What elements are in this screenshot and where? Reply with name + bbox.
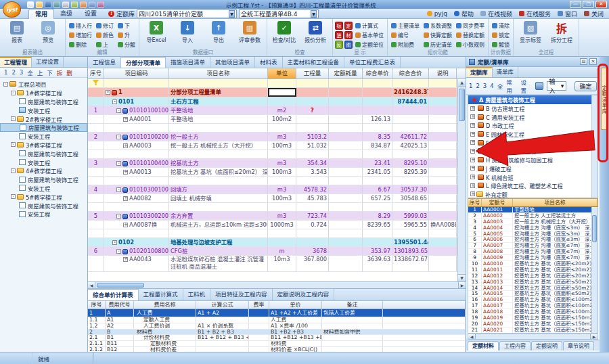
expand-icon[interactable]: - [116, 161, 121, 166]
library-tool-设置[interactable]: 设置 [521, 78, 532, 94]
ribbon-item-分解[interactable]: 分解 [116, 40, 137, 49]
tree-tool-3[interactable]: 3 [20, 69, 23, 76]
library-tree-node[interactable]: A 房屋建筑与装饰工程 [468, 95, 597, 104]
quota-row[interactable]: 16AA0016挖基坑土方 基坑（底面积≤100m2） [468, 297, 597, 303]
column-header-工程量[interactable]: 工程量 [296, 68, 329, 78]
library-tool-4[interactable]: 4 [490, 83, 493, 89]
top-link-窗口[interactable]: 窗口 [558, 9, 577, 18]
boq-row[interactable]: 2-010101002002挖一般土方m35103.28.3542611.72 [88, 133, 457, 141]
fee-row[interactable]: 1A人工费A1 + A2A1 +A2 +人工价差包括人工价差 [88, 309, 466, 317]
fee-column-费用代号[interactable]: 费用代号 [106, 301, 134, 309]
toggle-进-icon[interactable]: 进 [335, 31, 343, 39]
chevron-down-icon[interactable]: ▾ [561, 83, 564, 89]
library-bottom-tab-定额说明[interactable]: 定额说明 [531, 341, 562, 350]
column-header-定额耗量[interactable]: 定额耗量 [329, 68, 363, 78]
project-tree-node[interactable]: 安装工程 [0, 132, 87, 141]
toggle-材-icon[interactable]: 材 [344, 31, 353, 39]
horizontal-scrollbar[interactable]: ◀ ▶ [88, 282, 466, 289]
open-icon[interactable] [36, 1, 43, 8]
chevron-down-icon[interactable]: ▼ [229, 10, 235, 18]
ok-button[interactable]: 确定 [574, 81, 597, 91]
pin-icon[interactable]: ⊟ [580, 58, 587, 65]
boq-row[interactable]: +AA0003挖一般土方 机械挖土方（大开挖）100m351.032834.87… [88, 141, 457, 150]
project-tree-node[interactable]: 房屋建筑与装饰工程 [0, 175, 87, 184]
expand-icon[interactable]: - [116, 187, 121, 192]
maximize-button[interactable]: □ [583, 1, 594, 8]
tree-tool-删[interactable]: 删 [66, 68, 72, 76]
scrollbar-thumb[interactable] [97, 283, 144, 288]
expand-icon[interactable]: - [116, 135, 121, 139]
tree-tool-下[interactable]: 下 [47, 68, 53, 76]
minimize-button[interactable]: — [570, 1, 581, 8]
library-tool-全[interactable]: 全 [497, 82, 503, 90]
column-header-项目名称[interactable]: 项目名称 [169, 68, 268, 78]
detail-tab-工料机[interactable]: 工料机 [183, 289, 211, 300]
ribbon-button-预览[interactable]: ◎预览 [33, 20, 63, 43]
project-tree-node[interactable]: -3#教学楼工程 [0, 141, 87, 150]
quota-row[interactable]: 10AA0010挖基坑土方 基坑（底面积≤20m2） [468, 261, 597, 267]
expand-icon[interactable]: + [470, 123, 475, 128]
top-link-帮助[interactable]: 帮助 [454, 9, 474, 18]
expand-icon[interactable]: + [470, 106, 475, 111]
expand-icon[interactable]: + [123, 223, 128, 227]
input-combobox[interactable]: 输入 ▾ [547, 81, 567, 91]
expand-icon[interactable]: - [11, 168, 16, 173]
fee-column-费率[interactable]: 费率 [249, 301, 269, 309]
ribbon-item-附加费[interactable]: 附加费 [390, 40, 421, 49]
toggle-图-icon[interactable]: 图 [344, 41, 353, 49]
quota-row[interactable]: 1AA0001平整场地 [468, 207, 597, 213]
boq-row[interactable]: -1分部分项工程量清单2416248.37 [88, 88, 457, 97]
column-header-序号[interactable]: 序号 [88, 68, 104, 78]
tree-tool-2[interactable]: 2 [12, 69, 15, 76]
library-tab-清单库[interactable]: 清单库 [493, 67, 519, 77]
detail-tab-定额说明及工程内容[interactable]: 定额说明及工程内容 [273, 289, 335, 300]
ribbon-item-系数调整[interactable]: 系数调整 [422, 21, 453, 30]
sheet-tab-其他项目清单[interactable]: 其他项目清单 [210, 57, 255, 68]
library-tree-node[interactable]: +补充定额 [468, 190, 597, 198]
quota-row[interactable]: 4AA0004挖沟槽土方 沟槽（底宽≤3m） 深… [468, 225, 597, 231]
boq-row[interactable]: 5-010103002005余方弃置m3723.748.295999.03 [88, 212, 457, 221]
quota-column-序号[interactable]: 序号 [468, 199, 482, 206]
stamp-icon[interactable] [80, 1, 87, 8]
tree-tool-上[interactable]: 上 [37, 68, 43, 76]
quota-row[interactable]: 11AA0011挖基坑土方 基坑（底面积≤20m2） [468, 267, 597, 273]
library-tree-node[interactable]: +K 机械台班 [468, 173, 597, 181]
expand-icon[interactable]: + [470, 183, 475, 188]
vertical-scrollbar[interactable]: ▲ ▼ [457, 79, 466, 281]
ribbon-button-显示标签[interactable]: ▧显示标签 [516, 20, 545, 43]
ribbon-button-拆分工程[interactable]: 拆拆分工程 [547, 20, 577, 43]
menu-tab-高级[interactable]: 高级 [54, 9, 78, 19]
quota-row[interactable]: 14AA0014挖基坑土方 基坑（底面积≤50m2） [468, 286, 597, 292]
project-tree-node[interactable]: -工程总项目 [0, 80, 87, 89]
redo-icon[interactable] [97, 1, 104, 8]
library-tool-1[interactable]: 1 [469, 83, 472, 89]
fee-column-备注[interactable]: 备注 [322, 301, 383, 309]
ribbon-button-评审参数[interactable]: ▥评审参数 [235, 20, 265, 43]
new-icon[interactable] [27, 1, 34, 8]
detail-tab-项目特征及工程内容[interactable]: 项目特征及工程内容 [210, 289, 273, 300]
filter-icon[interactable] [93, 80, 99, 85]
project-tree-node[interactable]: 安装工程 [0, 158, 87, 166]
ribbon-item-升[interactable]: 升 [116, 30, 137, 39]
scroll-right-icon[interactable]: ▶ [590, 334, 597, 339]
top-link-关闭[interactable]: 关闭 [584, 9, 604, 18]
ribbon-button-报价分析[interactable]: ⇄报价分析 [300, 20, 330, 43]
expand-icon[interactable]: - [116, 108, 121, 113]
boq-row[interactable]: +AA0001平整场地100m2126.13 [88, 115, 457, 124]
ribbon-item-快算定额[interactable]: 快算定额 [422, 30, 453, 39]
fee-column-单价[interactable]: 单价 [269, 301, 322, 309]
grid-icon[interactable] [535, 82, 543, 90]
save-all-icon[interactable] [53, 1, 60, 8]
library-bottom-tab-工程内容[interactable]: 工程内容 [499, 341, 531, 350]
ribbon-item-同步费率[interactable]: 同步费率 [455, 21, 486, 30]
close-panel-icon[interactable]: ✕ [589, 58, 597, 65]
fee-column-费用名称[interactable]: 费用名称 [134, 301, 196, 309]
boq-row[interactable] [88, 150, 457, 159]
boq-row[interactable]: +AA0013挖基坑土方 基坑（底面积≤20m2） 深度…100m33.5432… [88, 168, 457, 177]
fee-row[interactable]: 1.1A1定额人工费人工费 [88, 317, 466, 323]
filter-row[interactable] [88, 79, 457, 88]
expand-icon[interactable]: + [470, 166, 475, 170]
column-header-单位[interactable]: 单位 [268, 68, 296, 78]
boq-row[interactable]: +AA0043水泥粉煤灰碎石桩 混凝土灌注 沉管灌注桩机 商品混凝土10m336… [88, 256, 457, 272]
quota-column-定额号[interactable]: 定额号 [482, 199, 513, 206]
